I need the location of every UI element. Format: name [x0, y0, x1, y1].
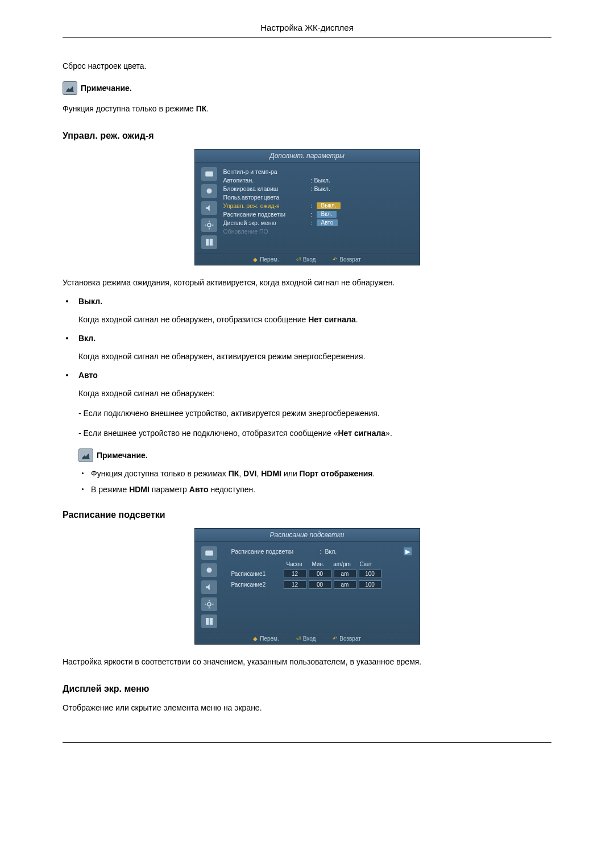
text-bold: DVI — [243, 469, 256, 478]
svg-rect-5 — [205, 551, 213, 556]
note-block-2: Примечание. — [78, 448, 551, 462]
svg-point-7 — [208, 603, 211, 606]
bullet-on-label: Вкл. — [78, 334, 551, 343]
setup-icon — [201, 218, 217, 232]
osd2-footer: ◆Перем. ⏎Вход ↶Возврат — [195, 633, 420, 644]
note2-item1: Функция доступна только в режимах ПК, DV… — [78, 469, 551, 478]
svg-rect-3 — [206, 239, 209, 246]
osd2-top-label: Расписание подсветки — [231, 548, 317, 555]
backlight-body: Настройка яркости в соответствии со знач… — [63, 656, 551, 668]
sched-hours[interactable]: 12 — [284, 570, 306, 578]
text-bold: ПК — [229, 469, 239, 478]
bullet-auto-sub2: - Если внешнее устройство не подключено,… — [78, 427, 551, 439]
svg-rect-0 — [205, 172, 213, 177]
svg-point-2 — [208, 223, 211, 227]
footer-move: Перем. — [260, 256, 279, 263]
osd1-title: Дополнит. параметры — [195, 149, 420, 163]
footer-enter: Вход — [303, 256, 316, 263]
sched-min[interactable]: 00 — [309, 580, 331, 589]
setup-icon — [201, 597, 217, 611]
sched-hours[interactable]: 12 — [284, 580, 306, 589]
bullet-off-label: Выкл. — [78, 297, 551, 306]
footer-rule — [63, 742, 551, 743]
note-block: Примечание. — [63, 81, 551, 95]
text: ». — [385, 429, 392, 438]
multi-icon — [201, 614, 217, 628]
colon: : — [309, 202, 314, 209]
move-icon: ◆ — [253, 256, 258, 263]
osdmenu-heading: Дисплей экр. меню — [63, 684, 551, 694]
osd2-top-row[interactable]: Расписание подсветки : Вкл. ▶ — [231, 547, 412, 555]
sched-light[interactable]: 100 — [359, 570, 381, 578]
text-bold: HDMI — [261, 469, 281, 478]
return-icon: ↶ — [333, 636, 337, 642]
osd-advanced-settings: Дополнит. параметры Вентил-р и темп-ра А… — [194, 149, 420, 265]
note-icon — [78, 448, 93, 462]
bullet-dot-icon — [82, 472, 84, 474]
osd1-row: Блокировка клавиш:Выкл. — [223, 184, 412, 193]
osd1-row-label: Автопитан. — [223, 177, 309, 184]
osd1-row-val: Выкл. — [314, 177, 349, 184]
bullet-off: Выкл. Когда входной сигнал не обнаружен,… — [63, 297, 551, 326]
enter-icon: ⏎ — [296, 636, 301, 642]
text: , — [239, 469, 243, 478]
osd1-row-label: Польз.авторег.цвета — [223, 194, 309, 201]
osd2-header-row: Часов Мин. am/pm Свет — [231, 561, 412, 567]
note2-item2: В режиме HDMI параметр Авто недоступен. — [78, 485, 551, 494]
text-bold: Авто — [189, 485, 209, 494]
text-bold: Нет сигнала — [308, 315, 356, 324]
osd1-row: Расписание подсветки:Вкл. — [223, 210, 412, 218]
bullet-auto-label: Авто — [78, 371, 551, 380]
bullet-dot-icon — [82, 488, 84, 490]
sched-min[interactable]: 00 — [309, 570, 331, 578]
note1-bold: ПК — [196, 104, 207, 113]
multi-icon — [201, 235, 217, 249]
bullet-off-body: Когда входной сигнал не обнаружен, отобр… — [78, 314, 551, 326]
footer-enter: Вход — [303, 636, 316, 642]
standby-heading: Управл. реж. ожид-я — [63, 131, 551, 141]
sched-ampm[interactable]: am — [334, 570, 356, 578]
arrow-right-icon[interactable]: ▶ — [404, 547, 412, 555]
osd1-row-label: Управл. реж. ожид-я — [223, 202, 309, 209]
move-icon: ◆ — [253, 636, 258, 642]
osd1-icons — [195, 163, 223, 254]
note-icon — [63, 81, 77, 95]
col-hours: Часов — [283, 561, 306, 567]
footer-return: Возврат — [339, 256, 361, 263]
text: недоступен. — [209, 485, 256, 494]
bullet-dot-icon — [66, 374, 68, 376]
colon: : — [309, 211, 314, 218]
col-ampm: am/pm — [330, 561, 354, 567]
colon: : — [309, 185, 314, 192]
svg-rect-9 — [209, 618, 212, 625]
text-bold: Порт отображения — [300, 469, 373, 478]
text: . — [373, 469, 375, 478]
svg-rect-8 — [206, 618, 209, 625]
footer-return: Возврат — [339, 636, 361, 642]
osd1-footer: ◆Перем. ⏎Вход ↶Возврат — [195, 254, 420, 265]
osd2-schedule2[interactable]: Расписание2 12 00 am 100 — [231, 580, 412, 589]
text: . — [356, 315, 358, 324]
return-icon: ↶ — [333, 256, 337, 263]
bullet-dot-icon — [66, 300, 68, 302]
osd1-row-val: Вкл. — [317, 211, 337, 218]
svg-point-1 — [206, 189, 211, 194]
osd2-icons — [195, 542, 223, 633]
backlight-heading: Расписание подсветки — [63, 510, 551, 520]
osd1-row-val: Выкл. — [317, 202, 341, 209]
osd2-schedule1[interactable]: Расписание1 12 00 am 100 — [231, 570, 412, 578]
bullet-auto-sub1: - Если подключено внешнее устройство, ак… — [78, 408, 551, 420]
text: В режиме — [91, 485, 129, 494]
sound-icon — [201, 201, 217, 215]
sched-ampm[interactable]: am — [334, 580, 356, 589]
osd1-row-label: Дисплей экр. меню — [223, 219, 309, 226]
text-bold: Нет сигнала — [338, 429, 386, 438]
osd2-top-value: Вкл. — [325, 548, 337, 555]
osd1-row: Вентил-р и темп-ра — [223, 167, 412, 176]
osd1-row-selected[interactable]: Управл. реж. ожид-я:Выкл. — [223, 201, 412, 210]
sched-light[interactable]: 100 — [359, 580, 381, 589]
svg-rect-4 — [209, 239, 212, 246]
note-label: Примечание. — [81, 84, 132, 93]
col-light: Свет — [354, 561, 378, 567]
text: параметр — [150, 485, 189, 494]
